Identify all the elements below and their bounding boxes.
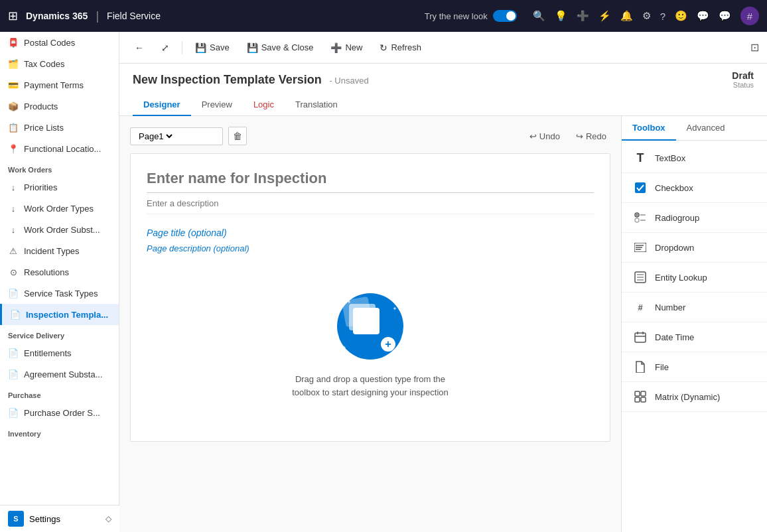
checkbox-label: Checkbox [655, 183, 693, 193]
purchase-order-substatus-label: Purchase Order S... [24, 408, 100, 418]
svg-rect-0 [635, 182, 646, 193]
sidebar-item-payment-terms[interactable]: 💳 Payment Terms [0, 74, 119, 96]
bell-icon[interactable]: 🔔 [620, 10, 633, 22]
svg-rect-19 [641, 391, 646, 396]
products-icon: 📦 [8, 101, 19, 111]
toolbox-item-matrix-dynamic[interactable]: Matrix (Dynamic) [622, 382, 767, 412]
feedback-icon[interactable]: 🙂 [675, 10, 687, 22]
filter-icon[interactable]: ⚡ [598, 10, 611, 22]
tab-translation[interactable]: Translation [285, 94, 348, 116]
sidebar-item-priorities[interactable]: ↓ Priorities [0, 176, 119, 198]
add-icon[interactable]: ➕ [577, 10, 589, 22]
user-avatar[interactable]: # [740, 7, 759, 25]
tab-preview[interactable]: Preview [191, 94, 243, 116]
new-button[interactable]: ➕ New [323, 38, 370, 58]
sidebar-item-agreement-substatus[interactable]: 📄 Agreement Substa... [0, 364, 119, 385]
inspection-templates-icon: 📄 [10, 309, 21, 320]
dropdown-label: Dropdown [655, 243, 694, 253]
payment-terms-label: Payment Terms [24, 80, 84, 90]
delete-page-button[interactable]: 🗑 [228, 127, 247, 145]
popout-button[interactable]: ⤢ [154, 38, 176, 58]
top-nav: ⊞ Dynamics 365 | Field Service Try the n… [0, 0, 767, 32]
refresh-button[interactable]: ↻ Refresh [372, 38, 429, 58]
inspection-desc-input[interactable] [147, 193, 594, 214]
brand-name: Dynamics 365 [26, 11, 88, 21]
toolbox-item-radiogroup[interactable]: Radiogroup [622, 203, 767, 233]
matrix-dynamic-icon [632, 389, 648, 405]
sidebar-item-work-order-substatus[interactable]: ↓ Work Order Subst... [0, 219, 119, 240]
toolbox-item-dropdown[interactable]: Dropdown [622, 233, 767, 263]
sidebar-item-purchase-order-substatus[interactable]: 📄 Purchase Order S... [0, 402, 119, 423]
sidebar-item-price-lists[interactable]: 📋 Price Lists [0, 117, 119, 138]
help-icon[interactable]: ? [660, 11, 665, 22]
message-icon[interactable]: 💬 [719, 10, 731, 22]
designer-area: Page1 🗑 ↩ Undo ↪ Redo [119, 116, 767, 532]
drop-zone-plus: + [381, 337, 395, 352]
sidebar-item-functional-locations[interactable]: 📍 Functional Locatio... [0, 138, 119, 159]
redo-button[interactable]: ↪ Redo [572, 129, 610, 144]
back-button[interactable]: ← [127, 38, 151, 58]
save-button[interactable]: 💾 Save [188, 38, 237, 58]
canvas-toolbar: Page1 🗑 ↩ Undo ↪ Redo [130, 127, 610, 145]
resolutions-icon: ⊙ [8, 267, 19, 277]
service-task-types-label: Service Task Types [24, 289, 98, 299]
date-time-icon [632, 329, 648, 345]
gear-icon[interactable]: ⚙ [642, 10, 651, 22]
popout-icon: ⤢ [161, 42, 169, 53]
try-new-toggle[interactable] [493, 10, 517, 22]
toolbox-tab-advanced[interactable]: Advanced [676, 116, 736, 141]
toolbox-item-number[interactable]: # Number [622, 293, 767, 322]
toolbox-tab-toolbox[interactable]: Toolbox [622, 116, 676, 141]
toolbox-item-file[interactable]: File [622, 352, 767, 382]
page-status-area: Draft Status [732, 70, 754, 89]
sidebar-bottom: S Settings ◇ [0, 505, 119, 532]
toolbox-item-date-time[interactable]: Date Time [622, 322, 767, 352]
sidebar-item-entitlements[interactable]: 📄 Entitlements [0, 342, 119, 364]
grid-icon[interactable]: ⊞ [8, 9, 18, 23]
sidebar-item-resolutions[interactable]: ⊙ Resolutions [0, 261, 119, 283]
service-task-types-icon: 📄 [8, 288, 19, 299]
incident-types-label: Incident Types [24, 246, 80, 256]
try-new-look: Try the new look [425, 10, 517, 22]
sidebar-item-products[interactable]: 📦 Products [0, 96, 119, 117]
page-selector[interactable]: Page1 [130, 127, 223, 145]
sidebar-item-postal-codes[interactable]: 📮 Postal Codes [0, 32, 119, 53]
search-icon[interactable]: 🔍 [533, 10, 545, 22]
tab-logic[interactable]: Logic [243, 94, 285, 116]
undo-button[interactable]: ↩ Undo [525, 129, 564, 144]
settings-nav[interactable]: S Settings [8, 511, 60, 527]
work-order-substatus-icon: ↓ [8, 224, 19, 235]
radiogroup-icon [632, 210, 648, 226]
sidebar-item-tax-codes[interactable]: 🗂️ Tax Codes [0, 53, 119, 74]
page-title: New Inspection Template Version [133, 73, 322, 86]
toolbox-item-textbox[interactable]: T TextBox [622, 143, 767, 173]
svg-rect-5 [640, 220, 646, 221]
sidebar-item-incident-types[interactable]: ⚠ Incident Types [0, 240, 119, 261]
toolbox-item-checkbox[interactable]: Checkbox [622, 173, 767, 203]
redo-icon: ↪ [576, 131, 583, 141]
entitlements-icon: 📄 [8, 348, 19, 358]
service-delivery-section: Service Delivery [0, 325, 119, 342]
drop-zone: + Drag and drop a question type from the… [147, 267, 594, 425]
sidebar-item-inspection-templates[interactable]: 📄 Inspection Templa... [0, 304, 119, 325]
expand-icon[interactable]: ⊡ [750, 41, 759, 54]
incident-types-icon: ⚠ [8, 245, 19, 256]
page-select[interactable]: Page1 [136, 131, 174, 142]
lightbulb-icon[interactable]: 💡 [555, 10, 567, 22]
undo-redo-group: ↩ Undo ↪ Redo [525, 129, 610, 144]
content-area: ← ⤢ 💾 Save 💾 Save & Close ➕ New ↻ Refres… [119, 32, 767, 532]
sidebar-item-service-task-types[interactable]: 📄 Service Task Types [0, 283, 119, 304]
tax-codes-label: Tax Codes [24, 59, 64, 69]
purchase-order-substatus-icon: 📄 [8, 407, 19, 418]
sidebar-item-work-order-types[interactable]: ↓ Work Order Types [0, 198, 119, 219]
inspection-title-input[interactable] [147, 170, 594, 193]
app-name: Field Service [107, 11, 161, 21]
save-close-button[interactable]: 💾 Save & Close [240, 38, 321, 58]
settings-expand-icon[interactable]: ◇ [105, 514, 111, 523]
tab-designer[interactable]: Designer [133, 94, 191, 116]
purchase-section: Purchase [0, 385, 119, 402]
new-icon: ➕ [330, 42, 342, 53]
toolbox-item-entity-lookup[interactable]: Entity Lookup [622, 263, 767, 293]
chat-icon[interactable]: 💬 [697, 10, 709, 22]
drop-zone-icon: + [337, 293, 403, 360]
